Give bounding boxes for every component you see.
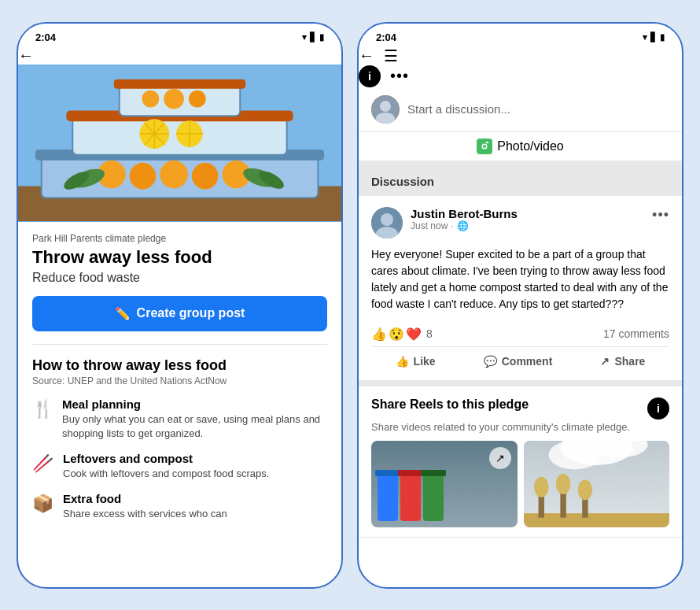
svg-rect-42 [524, 513, 670, 527]
photo-video-bar[interactable]: Photo/video [359, 132, 682, 167]
share-button[interactable]: ↗ Share [588, 350, 658, 372]
red-bin [400, 474, 421, 521]
extra-food-icon: 📦 [32, 494, 53, 514]
share-reels-title: Share Reels to this pledge [371, 397, 529, 412]
post-time: Just now [411, 220, 448, 231]
tip-desc-leftovers: Cook with leftovers and compost food scr… [63, 467, 269, 481]
comment-button[interactable]: 💬 Comment [471, 350, 566, 372]
author-name: Justin Berot-Burns [411, 207, 518, 220]
like-button[interactable]: 👍 Like [383, 350, 448, 372]
tip-desc-extra: Share excess with services who can [63, 507, 227, 521]
reactions-bar: 👍 😯 ❤️ 8 17 comments [371, 322, 669, 347]
green-bin [423, 474, 444, 521]
battery-icon-right: ▮ [660, 32, 665, 43]
like-label: Like [414, 355, 436, 368]
wifi-icon: ▾ [302, 32, 307, 43]
red-bin-lid [398, 470, 423, 476]
more-options-button[interactable]: ••• [390, 67, 409, 85]
green-bin-lid [421, 470, 446, 476]
post-actions: 👍 Like 💬 Comment ↗ Share [371, 347, 669, 380]
author-avatar [371, 207, 403, 238]
tips-title: How to throw away less food [32, 357, 327, 374]
photo-video-label: Photo/video [497, 139, 564, 153]
tip-title-leftovers: Leftovers and compost [63, 452, 269, 465]
back-button[interactable]: ← [18, 46, 34, 64]
create-group-post-button[interactable]: ✏️ Create group post [32, 296, 327, 331]
svg-point-46 [555, 474, 570, 494]
discussion-header: Discussion [359, 167, 682, 196]
edit-icon: ✏️ [115, 306, 131, 321]
svg-point-44 [533, 476, 548, 497]
pledge-subtitle: Reduce food waste [32, 271, 327, 285]
nav-bar-left: ← [18, 46, 341, 65]
photo-video-icon [477, 139, 492, 154]
wow-emoji: 😯 [389, 327, 404, 342]
svg-point-27 [142, 90, 159, 107]
like-icon: 👍 [396, 355, 409, 368]
tip-item-leftovers: 🥢 Leftovers and compost Cook with leftov… [32, 452, 327, 481]
reel-thumbnail-2[interactable] [524, 441, 670, 527]
tips-section: How to throw away less food Source: UNEP… [18, 345, 341, 533]
status-bar-right: 2:04 ▾ ▋ ▮ [359, 24, 682, 46]
tip-title-extra: Extra food [63, 492, 227, 505]
svg-point-7 [192, 162, 219, 189]
reels-info-button[interactable]: i [647, 397, 669, 420]
dot-separator: · [451, 220, 453, 231]
share-reel-icon-1[interactable]: ↗ [489, 447, 511, 469]
user-avatar-small [371, 95, 400, 124]
status-icons-right: ▾ ▋ ▮ [643, 32, 665, 43]
globe-icon: 🌐 [457, 220, 469, 231]
comments-count: 17 comments [603, 327, 669, 340]
svg-point-29 [380, 101, 391, 112]
wifi-icon-right: ▾ [643, 32, 647, 43]
info-button[interactable]: i [359, 65, 381, 87]
blue-bin-lid [375, 470, 400, 476]
tip-title-meal: Meal planning [62, 397, 327, 411]
svg-point-26 [189, 90, 206, 107]
status-bar-left: 2:04 ▾ ▋ ▮ [18, 24, 341, 46]
like-emoji: 👍 [371, 327, 387, 342]
start-discussion-input[interactable]: Start a discussion... [407, 102, 669, 116]
love-emoji: ❤️ [406, 327, 422, 342]
svg-point-36 [381, 213, 393, 226]
reaction-count: 8 [426, 327, 433, 340]
reels-thumbnails: ↗ [371, 441, 669, 527]
tip-item-meal-planning: 🍴 Meal planning Buy only what you can ea… [32, 397, 327, 441]
battery-icon: ▮ [319, 32, 324, 43]
status-icons-left: ▾ ▋ ▮ [302, 32, 324, 43]
signal-icon-right: ▋ [650, 32, 657, 43]
signal-icon: ▋ [310, 32, 316, 43]
hero-image [18, 65, 341, 222]
share-reels-card: Share Reels to this pledge i Share video… [359, 386, 682, 538]
reel-thumbnail-1[interactable]: ↗ [371, 441, 518, 527]
time-left: 2:04 [35, 31, 56, 43]
back-button-right[interactable]: ← [359, 46, 374, 65]
pledge-source: Park Hill Parents climate pledge [32, 233, 327, 244]
share-reels-desc: Share videos related to your community's… [371, 421, 669, 433]
trash-bins-illustration [371, 464, 518, 527]
svg-rect-24 [114, 79, 245, 88]
blue-bin [378, 474, 398, 521]
right-phone: 2:04 ▾ ▋ ▮ ← ☰ i ••• [357, 22, 683, 589]
pledge-info: Park Hill Parents climate pledge Throw a… [18, 222, 341, 296]
post-meta: Just now · 🌐 [411, 220, 518, 231]
tip-item-extra-food: 📦 Extra food Share excess with services … [32, 492, 327, 521]
share-label: Share [614, 355, 645, 368]
svg-point-33 [483, 145, 486, 148]
time-right: 2:04 [376, 31, 396, 43]
post-more-button[interactable]: ••• [652, 207, 669, 224]
svg-point-5 [130, 162, 157, 189]
create-post-bar[interactable]: Start a discussion... [359, 87, 682, 132]
post-body: Hey everyone! Super excited to be a part… [371, 246, 669, 312]
share-icon: ↗ [600, 355, 610, 368]
nav-bar-right: ← ☰ i ••• [359, 46, 682, 87]
leftovers-icon: 🥢 [32, 453, 53, 474]
comment-label: Comment [502, 355, 553, 368]
discussion-label: Discussion [371, 175, 434, 188]
post-header: Justin Berot-Burns Just now · 🌐 ••• [371, 207, 669, 238]
comment-icon: 💬 [484, 355, 497, 368]
svg-rect-34 [486, 142, 488, 143]
meal-planning-icon: 🍴 [32, 399, 53, 420]
svg-point-48 [577, 479, 592, 500]
hamburger-menu[interactable]: ☰ [384, 46, 398, 65]
